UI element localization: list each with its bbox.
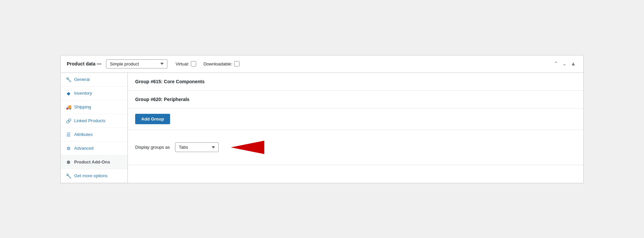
add-group-button[interactable]: Add Group: [135, 114, 170, 124]
add-group-row: Add Group: [128, 108, 583, 130]
truck-icon: 🚚: [65, 104, 71, 110]
main-content: Group #615: Core Components Group #620: …: [128, 73, 583, 183]
sidebar-item-inventory[interactable]: ◆ Inventory: [61, 87, 127, 100]
get-more-icon: 🔧: [65, 173, 71, 179]
svg-marker-0: [231, 141, 264, 154]
product-type-select[interactable]: Simple product Grouped product External/…: [106, 59, 167, 68]
expand-button[interactable]: ▲: [569, 60, 577, 67]
downloadable-text: Downloadable:: [204, 61, 232, 66]
sidebar-item-general[interactable]: 🔧 General: [61, 73, 127, 87]
sidebar-item-advanced-label: Advanced: [74, 146, 94, 151]
sidebar: 🔧 General ◆ Inventory 🚚 Shipping 🔗 Linke…: [61, 73, 128, 183]
sidebar-item-linked-products[interactable]: 🔗 Linked Products: [61, 114, 127, 128]
downloadable-label[interactable]: Downloadable:: [204, 61, 239, 66]
gear-icon: ⚙: [65, 146, 71, 151]
wrench-icon: 🔧: [65, 77, 71, 82]
sidebar-item-advanced[interactable]: ⚙ Advanced: [61, 142, 127, 155]
inventory-icon: ◆: [65, 91, 71, 96]
group-2-label: Group #620: Peripherals: [135, 97, 190, 102]
sidebar-item-attributes[interactable]: ☰ Attributes: [61, 128, 127, 142]
list-icon: ☰: [65, 132, 71, 137]
sidebar-item-product-addons-label: Product Add-Ons: [74, 159, 110, 164]
sidebar-item-inventory-label: Inventory: [74, 91, 92, 96]
panel-title: Product data —: [67, 61, 101, 66]
downloadable-checkbox[interactable]: [234, 61, 239, 66]
product-data-panel: Product data — Simple product Grouped pr…: [60, 55, 584, 183]
sidebar-item-get-more-options-label: Get more options: [74, 173, 108, 178]
sidebar-item-general-label: General: [74, 77, 90, 82]
red-arrow-indicator: [224, 137, 264, 157]
virtual-text: Virtual:: [175, 61, 189, 66]
virtual-label[interactable]: Virtual:: [175, 61, 196, 66]
sidebar-item-attributes-label: Attributes: [74, 132, 93, 137]
header-arrows: ⌃ ⌄ ▲: [552, 60, 577, 67]
panel-body: 🔧 General ◆ Inventory 🚚 Shipping 🔗 Linke…: [61, 73, 583, 183]
group-row-1: Group #615: Core Components: [128, 73, 583, 91]
sidebar-item-get-more-options[interactable]: 🔧 Get more options: [61, 169, 127, 183]
collapse-down-button[interactable]: ⌄: [561, 60, 568, 67]
virtual-checkbox[interactable]: [191, 61, 196, 66]
panel-header: Product data — Simple product Grouped pr…: [61, 55, 583, 73]
plus-circle-icon: ⊕: [65, 159, 71, 165]
link-icon: 🔗: [65, 118, 71, 124]
sidebar-item-product-addons[interactable]: ⊕ Product Add-Ons: [61, 155, 127, 169]
group-1-label: Group #615: Core Components: [135, 79, 205, 84]
display-groups-label: Display groups as: [135, 145, 170, 150]
sidebar-item-linked-products-label: Linked Products: [74, 118, 105, 123]
display-groups-row: Display groups as Tabs None: [128, 130, 583, 165]
sidebar-item-shipping-label: Shipping: [74, 104, 91, 109]
sidebar-item-shipping[interactable]: 🚚 Shipping: [61, 100, 127, 114]
group-row-2: Group #620: Peripherals: [128, 91, 583, 108]
display-groups-select[interactable]: Tabs None: [175, 142, 219, 152]
collapse-up-button[interactable]: ⌃: [552, 60, 559, 67]
virtual-downloadable-group: Virtual: Downloadable:: [175, 61, 239, 66]
